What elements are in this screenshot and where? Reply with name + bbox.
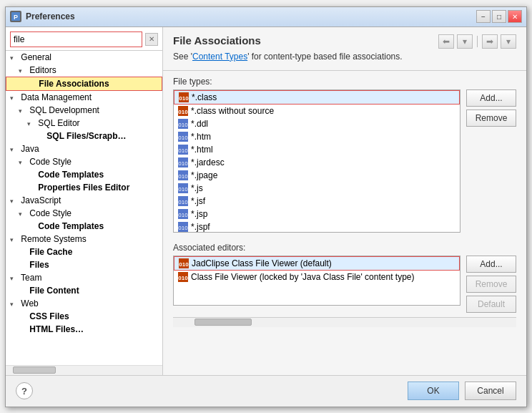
tree-item-data-management[interactable]: ▾ Data Management	[6, 91, 162, 104]
assoc-editor-jadclipse-icon: 010	[179, 258, 189, 268]
file-type-jspf[interactable]: 010 *.jspf	[174, 220, 460, 233]
assoc-editor-jadclipse-label: JadClipse Class File Viewer (default)	[192, 258, 332, 268]
main-content: ✕ ▾ General ▾ Editors File Associations …	[6, 27, 526, 375]
file-icon-js: 010	[178, 183, 188, 193]
help-button[interactable]: ?	[16, 382, 33, 399]
tree-item-remote-systems[interactable]: ▾ Remote Systems	[6, 233, 162, 246]
assoc-editors-add-button[interactable]: Add...	[466, 256, 516, 273]
file-type-jsp-label: *.jsp	[191, 209, 207, 219]
file-type-jspf-label: *.jspf	[191, 222, 210, 232]
content-types-link[interactable]: Content Types	[192, 52, 247, 62]
file-icon-jardesc: 010	[178, 157, 188, 167]
svg-text:010: 010	[178, 147, 188, 154]
file-type-jpage[interactable]: 010 *.jpage	[174, 169, 460, 182]
cancel-button[interactable]: Cancel	[465, 382, 516, 400]
tree-item-css-files[interactable]: CSS Files	[6, 310, 162, 323]
right-body: File types: 010 *.class	[163, 71, 526, 375]
file-icon-jsp: 010	[178, 209, 188, 219]
tree-item-general[interactable]: ▾ General	[6, 51, 162, 64]
tree-item-html-files[interactable]: HTML Files…	[6, 323, 162, 336]
assoc-editor-classviewer-label: Class File Viewer (locked by 'Java Class…	[191, 272, 414, 282]
ok-button[interactable]: OK	[408, 382, 459, 400]
back-button[interactable]: ⬅	[438, 34, 454, 49]
file-icon-ddl: 010	[178, 119, 188, 129]
tree-item-javascript[interactable]: ▾ JavaScript	[6, 194, 162, 207]
file-type-class[interactable]: 010 *.class	[174, 90, 460, 105]
file-icon-jsf: 010	[178, 196, 188, 206]
file-type-js[interactable]: 010 *.js	[174, 182, 460, 195]
assoc-editors-label: Associated editors:	[173, 243, 516, 253]
file-type-jardesc[interactable]: 010 *.jardesc	[174, 156, 460, 169]
tree-item-file-content[interactable]: File Content	[6, 284, 162, 297]
page-title: File Associations	[173, 34, 261, 47]
tree-item-file-associations[interactable]: File Associations	[6, 77, 162, 91]
svg-text:010: 010	[178, 186, 188, 193]
maximize-button[interactable]: □	[492, 10, 506, 23]
file-type-html[interactable]: 010 *.html	[174, 143, 460, 156]
assoc-editors-list[interactable]: 010 JadClipse Class File Viewer (default…	[173, 256, 460, 306]
file-icon-htm: 010	[178, 132, 188, 142]
assoc-editors-h-scroll-thumb[interactable]	[194, 319, 252, 326]
file-type-jsf[interactable]: 010 *.jsf	[174, 195, 460, 208]
close-button[interactable]: ✕	[508, 10, 522, 23]
svg-text:010: 010	[178, 199, 188, 205]
description-text: See 'Content Types' for content-type bas…	[173, 52, 516, 62]
assoc-editors-h-scrollbar[interactable]	[173, 317, 516, 327]
assoc-editors-default-button[interactable]: Default	[466, 296, 516, 313]
svg-text:010: 010	[178, 135, 188, 141]
dialog-buttons: OK Cancel	[408, 382, 516, 400]
search-clear-button[interactable]: ✕	[145, 33, 158, 46]
window-icon: P	[10, 11, 21, 22]
file-types-add-button[interactable]: Add...	[466, 89, 516, 107]
svg-text:P: P	[14, 14, 18, 21]
tree-item-editors[interactable]: ▾ Editors	[6, 64, 162, 77]
tree-item-team[interactable]: ▾ Team	[6, 271, 162, 284]
file-types-buttons: Add... Remove	[466, 89, 516, 233]
forward-button[interactable]: ➡	[482, 34, 498, 49]
file-types-remove-button[interactable]: Remove	[466, 110, 516, 127]
tree-item-sql-development[interactable]: ▾ SQL Development	[6, 104, 162, 117]
file-type-ddl[interactable]: 010 *.ddl	[174, 117, 460, 130]
file-icon-jspf: 010	[178, 222, 188, 232]
svg-text:010: 010	[178, 109, 188, 115]
tree-item-code-style-java[interactable]: ▾ Code Style	[6, 155, 162, 168]
file-types-label: File types:	[173, 77, 516, 87]
assoc-editor-classviewer[interactable]: 010 Class File Viewer (locked by 'Java C…	[174, 271, 460, 283]
tree-item-code-style-js[interactable]: ▾ Code Style	[6, 207, 162, 220]
back-dropdown[interactable]: ▾	[457, 34, 473, 49]
tree-item-web[interactable]: ▾ Web	[6, 297, 162, 310]
assoc-editor-classviewer-icon: 010	[178, 272, 188, 282]
file-types-list[interactable]: 010 *.class 010	[173, 89, 460, 233]
forward-dropdown[interactable]: ▾	[501, 34, 516, 49]
left-h-scroll-thumb[interactable]	[13, 366, 56, 374]
tree-item-java[interactable]: ▾ Java	[6, 142, 162, 155]
tree-item-code-templates-js[interactable]: Code Templates	[6, 220, 162, 233]
file-icon-class-nosource: 010	[178, 106, 188, 116]
file-type-html-label: *.html	[191, 145, 213, 155]
tree-item-prop-files-editor[interactable]: Properties Files Editor	[6, 181, 162, 194]
file-type-htm[interactable]: 010 *.htm	[174, 130, 460, 143]
file-type-jsp[interactable]: 010 *.jsp	[174, 208, 460, 220]
file-type-jardesc-label: *.jardesc	[191, 157, 225, 167]
file-type-htm-label: *.htm	[191, 132, 211, 142]
assoc-editors-remove-button[interactable]: Remove	[466, 276, 516, 293]
preferences-window: P Preferences − □ ✕ ✕ ▾ General	[5, 6, 527, 407]
assoc-editor-jadclipse[interactable]: 010 JadClipse Class File Viewer (default…	[174, 256, 460, 271]
tree-item-files[interactable]: Files	[6, 258, 162, 271]
tree-item-sql-editor[interactable]: ▾ SQL Editor	[6, 117, 162, 130]
svg-text:010: 010	[179, 261, 189, 268]
svg-text:010: 010	[178, 212, 188, 218]
titlebar: P Preferences − □ ✕	[6, 7, 526, 27]
file-types-section: 010 *.class 010	[173, 89, 516, 233]
file-icon-html: 010	[178, 145, 188, 155]
tree-item-file-cache[interactable]: File Cache	[6, 246, 162, 258]
minimize-button[interactable]: −	[476, 10, 491, 23]
file-icon-class: 010	[179, 92, 189, 102]
search-input[interactable]	[10, 31, 142, 47]
file-type-class-nosource[interactable]: 010 *.class without source	[174, 105, 460, 117]
left-panel-h-scrollbar[interactable]	[6, 365, 162, 375]
tree-item-code-templates-java[interactable]: Code Templates	[6, 168, 162, 181]
file-icon-jpage: 010	[178, 170, 188, 180]
tree-item-sql-files[interactable]: SQL Files/Scrapb…	[6, 130, 162, 142]
tree-container[interactable]: ▾ General ▾ Editors File Associations ▾ …	[6, 51, 162, 365]
